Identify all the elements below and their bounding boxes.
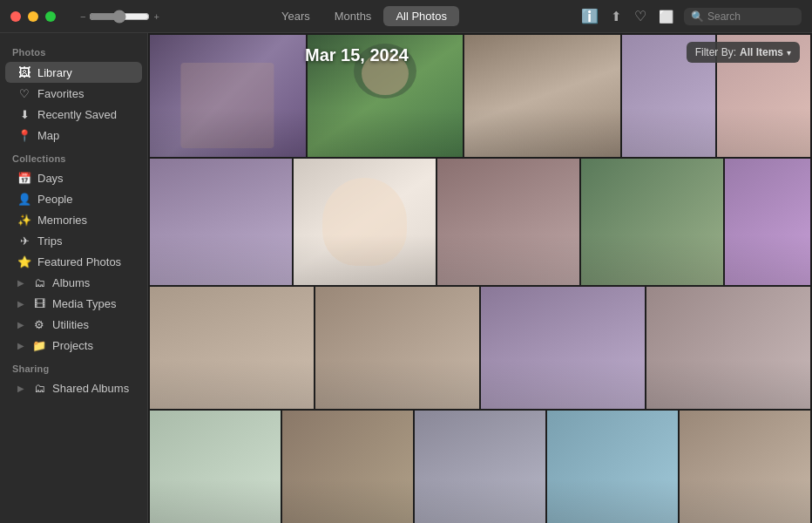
utilities-arrow-icon: ▶ [17, 320, 24, 329]
sidebar-item-recently-saved[interactable]: ⬇ Recently Saved [5, 105, 142, 125]
sidebar-label-albums: Albums [52, 276, 90, 289]
recently-saved-icon: ⬇ [17, 108, 31, 121]
albums-icon: 🗂 [32, 276, 46, 289]
sidebar-item-trips[interactable]: ✈ Trips [5, 231, 142, 251]
days-icon: 📅 [17, 172, 31, 185]
map-icon: 📍 [17, 129, 31, 142]
sidebar-label-map: Map [37, 129, 59, 142]
media-types-arrow-icon: ▶ [17, 299, 24, 309]
info-icon[interactable]: ℹ️ [579, 6, 600, 26]
share-icon[interactable]: ⬆ [609, 7, 624, 26]
tab-all-photos[interactable]: All Photos [383, 6, 459, 26]
sidebar-label-memories: Memories [37, 214, 87, 227]
sidebar-label-people: People [37, 193, 72, 206]
photo-cell[interactable] [315, 287, 479, 409]
projects-icon: 📁 [32, 339, 46, 352]
heart-icon[interactable]: ♡ [633, 6, 648, 26]
sidebar-item-memories[interactable]: ✨ Memories [5, 210, 142, 230]
zoom-out-icon: − [80, 11, 85, 22]
photo-cell[interactable] [150, 159, 292, 285]
photo-cell[interactable] [150, 35, 306, 157]
search-icon: 🔍 [691, 10, 704, 23]
shared-albums-arrow-icon: ▶ [17, 384, 24, 393]
photo-row-4 [150, 411, 810, 523]
photo-cell[interactable] [646, 287, 810, 409]
filter-chevron-icon: ▾ [787, 48, 791, 58]
sidebar-item-albums[interactable]: ▶ 🗂 Albums [5, 273, 142, 293]
sidebar-label-recently-saved: Recently Saved [37, 108, 117, 121]
albums-arrow-icon: ▶ [17, 278, 24, 288]
memories-icon: ✨ [17, 214, 31, 227]
search-box: 🔍 [684, 8, 802, 25]
shared-albums-icon: 🗂 [32, 382, 46, 395]
crop-icon[interactable]: ⬜ [657, 8, 675, 25]
tab-years[interactable]: Years [269, 6, 322, 26]
toolbar-tools: ℹ️ ⬆ ♡ ⬜ 🔍 [579, 6, 802, 26]
sidebar-item-map[interactable]: 📍 Map [5, 126, 142, 146]
photo-grid [148, 33, 812, 523]
window-controls [10, 11, 56, 22]
main-layout: Photos 🖼 Library ♡ Favorites ⬇ Recently … [0, 33, 812, 523]
people-icon: 👤 [17, 193, 31, 206]
maximize-button[interactable] [45, 11, 56, 22]
favorites-icon: ♡ [17, 87, 31, 100]
tab-months[interactable]: Months [322, 6, 384, 26]
photo-row-3 [150, 287, 810, 409]
search-input[interactable] [707, 10, 795, 23]
zoom-slider-control: − + [80, 10, 159, 24]
media-types-icon: 🎞 [32, 297, 46, 310]
sidebar-label-trips: Trips [37, 234, 62, 248]
sidebar-section-sharing: Sharing [0, 357, 147, 377]
sidebar-item-utilities[interactable]: ▶ ⚙ Utilities [5, 315, 142, 335]
sidebar-item-featured-photos[interactable]: ⭐ Featured Photos [5, 252, 142, 272]
featured-photos-icon: ⭐ [17, 255, 31, 268]
photo-cell[interactable] [464, 35, 620, 157]
utilities-icon: ⚙ [32, 318, 46, 331]
sidebar-label-featured-photos: Featured Photos [37, 255, 121, 268]
sidebar-label-favorites: Favorites [37, 87, 84, 100]
photo-cell[interactable] [294, 159, 436, 285]
sidebar-label-projects: Projects [52, 339, 93, 352]
photo-cell[interactable] [680, 411, 810, 523]
sidebar-label-media-types: Media Types [52, 297, 116, 310]
photo-cell[interactable] [481, 287, 645, 409]
sidebar-item-days[interactable]: 📅 Days [5, 168, 142, 188]
photo-cell[interactable] [415, 411, 545, 523]
sidebar-label-utilities: Utilities [52, 318, 89, 331]
close-button[interactable] [10, 11, 21, 22]
photo-cell[interactable] [547, 411, 678, 523]
library-icon: 🖼 [17, 65, 31, 79]
sidebar-label-days: Days [37, 172, 64, 185]
sidebar-item-people[interactable]: 👤 People [5, 189, 142, 209]
filter-label: Filter By: [695, 46, 736, 58]
view-tabs: Years Months All Photos [159, 6, 569, 26]
photo-row-2 [150, 159, 810, 285]
filter-button[interactable]: Filter By: All Items ▾ [687, 42, 800, 63]
photo-cell[interactable] [150, 287, 314, 409]
photo-cell[interactable] [282, 411, 413, 523]
sidebar-section-collections: Collections [0, 146, 147, 167]
photo-cell[interactable] [437, 159, 579, 285]
trips-icon: ✈ [17, 234, 31, 248]
sidebar-item-library[interactable]: 🖼 Library [5, 62, 142, 83]
sidebar-label-library: Library [37, 66, 72, 79]
date-label: Mar 15, 2024 [305, 45, 409, 65]
sidebar-section-photos: Photos [0, 40, 147, 61]
sidebar: Photos 🖼 Library ♡ Favorites ⬇ Recently … [0, 33, 148, 523]
sidebar-item-projects[interactable]: ▶ 📁 Projects [5, 336, 142, 356]
filter-bar: Filter By: All Items ▾ [687, 42, 800, 63]
sidebar-item-favorites[interactable]: ♡ Favorites [5, 84, 142, 104]
photo-content-area: Mar 15, 2024 Filter By: All Items ▾ [148, 33, 812, 523]
photo-cell[interactable] [725, 159, 810, 285]
sidebar-label-shared-albums: Shared Albums [52, 382, 129, 395]
sidebar-item-shared-albums[interactable]: ▶ 🗂 Shared Albums [5, 378, 142, 398]
projects-arrow-icon: ▶ [17, 341, 24, 350]
photo-cell[interactable] [150, 411, 281, 523]
zoom-slider[interactable] [89, 10, 150, 24]
filter-value: All Items [740, 46, 783, 58]
sidebar-item-media-types[interactable]: ▶ 🎞 Media Types [5, 294, 142, 314]
titlebar: − + Years Months All Photos ℹ️ ⬆ ♡ ⬜ 🔍 [0, 0, 812, 33]
photo-cell[interactable] [581, 159, 723, 285]
minimize-button[interactable] [28, 11, 38, 22]
